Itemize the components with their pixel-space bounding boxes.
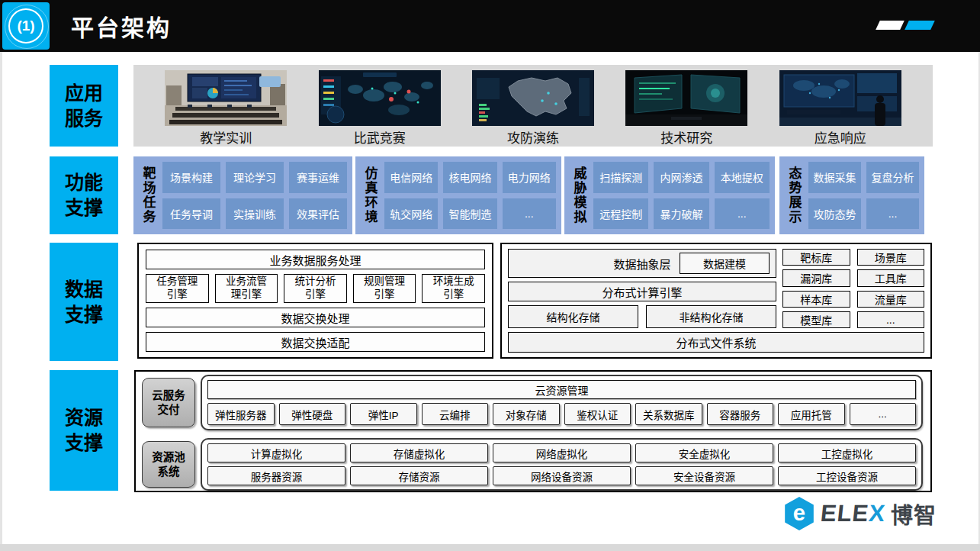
figure-competition: 比武竞赛 — [319, 70, 441, 147]
decor-parallelogram-blue — [904, 21, 935, 30]
virtualization-button: 存储虚拟化 — [350, 443, 488, 462]
logo-latin-text: ELEX — [819, 500, 887, 527]
engine-boxes: 任务管理 引擎 业务流管 理引擎 统计分析 引擎 规则管理 引擎 环境生成 引擎 — [146, 274, 485, 303]
function-buttons: 电信网络 核电网络 电力网络 轨交网络 智能制造 ... — [384, 162, 556, 229]
library-box: 工具库 — [857, 269, 925, 286]
function-button: 赛事运维 — [289, 162, 347, 193]
function-button: 暴力破解 — [654, 198, 708, 230]
header-bar: (1) 平台架构 — [0, 0, 980, 52]
cloud-service-button: 对象存储 — [493, 403, 560, 425]
figure-emergency-response: 应急响应 — [779, 70, 901, 147]
figure-caption: 技术研究 — [660, 127, 712, 147]
cloud-service-button: 应用托管 — [778, 403, 845, 425]
function-group-title: 靶场任务 — [139, 162, 157, 229]
library-box: ... — [857, 311, 925, 328]
function-button: 理论学习 — [226, 162, 284, 193]
cloud-service-button: 云编排 — [422, 403, 489, 425]
application-services-row: 教学实训 比武竞赛 攻防演 — [133, 65, 933, 147]
device-resource-button: 服务器资源 — [207, 466, 345, 485]
library-box: 场景库 — [857, 249, 925, 266]
classroom-training-image — [165, 70, 287, 126]
cloud-service-container: 云资源管理 弹性服务器 弹性硬盘 弹性IP 云编排 对象存储 鉴权认证 关系数据… — [201, 375, 923, 430]
virtualization-button: 计算虚拟化 — [207, 443, 345, 462]
function-group-range-tasks: 靶场任务 场景构建 理论学习 赛事运维 任务导调 实操训练 效果评估 — [133, 156, 352, 234]
page-number: (1) — [17, 18, 34, 34]
storage-row: 结构化存储 非结构化存储 — [508, 305, 776, 328]
cloud-service-delivery-label: 云服务 交付 — [142, 378, 195, 427]
data-abstraction-label: 数据抽象层 — [613, 256, 670, 272]
function-button: 扫描探测 — [593, 162, 648, 193]
function-button: 电力网络 — [503, 162, 556, 193]
device-resource-button: 工控设备资源 — [778, 466, 916, 485]
virtualization-button: 安全虚拟化 — [635, 443, 773, 462]
engine-box: 环境生成 引擎 — [422, 274, 485, 303]
slide-bottom-edge — [0, 544, 980, 551]
cloud-service-button: 弹性服务器 — [207, 403, 275, 425]
figure-teaching-training: 教学实训 — [165, 70, 287, 147]
figure-caption: 教学实训 — [200, 127, 252, 147]
function-group-title: 威胁模拟 — [570, 162, 588, 229]
function-button: 核电网络 — [443, 162, 496, 193]
category-function-support: 功能 支撑 — [50, 156, 118, 234]
emergency-response-control-room-image — [779, 70, 901, 126]
cloud-service-button: 容器服务 — [707, 403, 774, 425]
slide-left-edge — [0, 52, 2, 544]
function-button: 数据采集 — [808, 162, 861, 193]
engine-box: 业务流管 理引擎 — [215, 274, 278, 303]
category-resource-support: 资源 支撑 — [50, 370, 118, 491]
business-data-service-bar: 业务数据服务处理 — [146, 250, 485, 269]
figure-caption: 攻防演练 — [507, 127, 559, 147]
function-group-simulation-environment: 仿真环境 电信网络 核电网络 电力网络 轨交网络 智能制造 ... — [355, 156, 561, 234]
decor-parallelogram-white — [876, 21, 904, 30]
logo-ele: ELE — [819, 500, 870, 527]
logo-x: X — [868, 500, 887, 527]
cloud-service-buttons: 弹性服务器 弹性硬盘 弹性IP 云编排 对象存储 鉴权认证 关系数据库 容器服务… — [207, 403, 916, 425]
virtualization-buttons: 计算虚拟化 存储虚拟化 网络虚拟化 安全虚拟化 工控虚拟化 — [207, 443, 916, 462]
engine-box: 统计分析 引擎 — [284, 274, 347, 303]
unstructured-storage-box: 非结构化存储 — [646, 305, 776, 328]
company-logo: e ELEX 博智 — [783, 496, 937, 531]
structured-storage-box: 结构化存储 — [508, 305, 638, 328]
category-data-support: 数据 支撑 — [50, 243, 118, 361]
data-platform-column: 数据抽象层 数据建模 分布式计算引擎 结构化存储 非结构化存储 — [508, 249, 776, 328]
function-group-title: 仿真环境 — [361, 162, 379, 229]
data-support-right-panel: 数据抽象层 数据建模 分布式计算引擎 结构化存储 非结构化存储 靶标库 场景库 … — [500, 243, 932, 359]
library-grid: 靶标库 场景库 漏洞库 工具库 样本库 流量库 模型库 ... — [782, 249, 924, 328]
page-number-badge: (1) — [2, 2, 50, 50]
data-support-right-top: 数据抽象层 数据建模 分布式计算引擎 结构化存储 非结构化存储 靶标库 场景库 … — [508, 249, 924, 328]
library-box: 流量库 — [857, 291, 925, 308]
cloud-resource-management-bar: 云资源管理 — [207, 380, 916, 399]
data-abstraction-bar: 数据抽象层 数据建模 — [508, 249, 776, 278]
device-resource-button: 安全设备资源 — [635, 466, 773, 485]
figure-caption: 比武竞赛 — [354, 127, 406, 147]
attack-defense-drill-map-image — [472, 70, 594, 126]
library-box: 靶标库 — [782, 249, 850, 266]
figure-attack-defense-drill: 攻防演练 — [472, 70, 594, 147]
figure-caption: 应急响应 — [815, 127, 866, 147]
function-button: 轨交网络 — [384, 198, 438, 230]
virtualization-button: 工控虚拟化 — [778, 443, 916, 462]
function-button: 效果评估 — [289, 198, 347, 230]
cloud-service-button: 关系数据库 — [635, 403, 702, 425]
device-resource-button: 网络设备资源 — [493, 466, 631, 485]
cloud-service-button: ... — [850, 403, 917, 425]
device-resource-buttons: 服务器资源 存储资源 网络设备资源 安全设备资源 工控设备资源 — [207, 466, 916, 485]
function-button: ... — [503, 198, 556, 230]
resource-pool-container: 计算虚拟化 存储虚拟化 网络虚拟化 安全虚拟化 工控虚拟化 服务器资源 存储资源… — [201, 438, 923, 491]
page-number-ring: (1) — [8, 8, 43, 44]
library-box: 漏洞库 — [782, 269, 850, 286]
function-button: 攻防态势 — [808, 198, 861, 230]
elex-hexagon-icon: e — [783, 496, 815, 531]
function-group-title: 态势展示 — [785, 162, 803, 229]
cloud-service-button: 鉴权认证 — [564, 403, 631, 425]
category-application-services: 应用 服务 — [50, 65, 118, 147]
engine-box: 任务管理 引擎 — [146, 274, 209, 303]
function-group-situation-display: 态势展示 数据采集 复盘分析 攻防态势 ... — [779, 156, 924, 234]
library-box: 模型库 — [782, 311, 850, 328]
virtualization-button: 网络虚拟化 — [493, 443, 631, 462]
figure-technology-research: 技术研究 — [625, 70, 747, 147]
function-button: 电信网络 — [384, 162, 438, 193]
function-button: 复盘分析 — [866, 162, 919, 193]
function-buttons: 扫描探测 内网渗透 本地提权 远程控制 暴力破解 ... — [593, 162, 770, 229]
function-button: 任务导调 — [162, 198, 220, 230]
